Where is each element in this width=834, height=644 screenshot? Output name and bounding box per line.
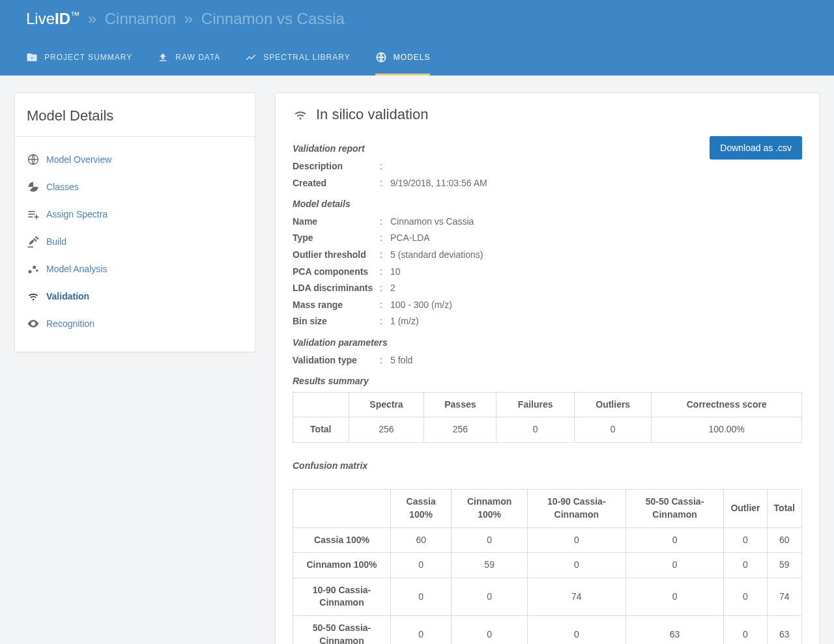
kv-sep: : (380, 282, 386, 295)
th (293, 490, 391, 527)
download-csv-button[interactable]: Download as .csv (710, 136, 802, 160)
sidebar-item-classes[interactable]: Classes (15, 173, 255, 201)
row-label: Total (293, 417, 349, 443)
cell: 0 (626, 578, 724, 615)
section-model-details: Model details (293, 198, 802, 211)
cell: 0 (626, 553, 724, 578)
kv-label: Type (293, 232, 376, 245)
tab-label: MODELS (394, 52, 431, 63)
sidebar-item-validation[interactable]: Validation (15, 283, 255, 310)
kv-value: 5 (standard deviations) (390, 249, 483, 262)
results-summary-table: Spectra Passes Failures Outliers Correct… (293, 392, 802, 443)
confusion-matrix-table: Cassia 100% Cinnamon 100% 10-90 Cassia-C… (293, 489, 802, 644)
sidebar-title: Model Details (15, 93, 255, 137)
kv-pca: PCA components:10 (293, 264, 802, 281)
cell: 0 (452, 578, 528, 615)
th: Failures (496, 392, 575, 417)
table-row: Total 256 256 0 0 100.00% (293, 417, 802, 443)
cell: 256 (424, 417, 496, 443)
sidebar-model-details: Model Details Model Overview Classes Ass… (14, 92, 255, 353)
kv-sep: : (380, 232, 386, 245)
cell: 60 (767, 527, 801, 553)
sidebar-item-label: Build (46, 236, 66, 249)
tab-label: PROJECT SUMMARY (44, 52, 132, 63)
cell: 0 (391, 616, 452, 644)
breadcrumb-sep: » (84, 10, 100, 27)
kv-sep: : (380, 177, 386, 190)
section-confusion-matrix: Confusion matrix (293, 460, 802, 473)
sidebar-item-assign-spectra[interactable]: Assign Spectra (15, 201, 255, 228)
kv-label: Validation type (293, 354, 376, 367)
section-validation-report: Validation report (293, 143, 487, 156)
sidebar-item-label: Model Overview (46, 154, 111, 167)
th: Passes (424, 392, 496, 417)
scatter-icon (27, 262, 40, 275)
cell: 0 (452, 527, 528, 553)
sidebar-item-model-analysis[interactable]: Model Analysis (15, 255, 255, 283)
row-label: 50-50 Cassia-Cinnamon (293, 616, 391, 644)
kv-value: 2 (390, 282, 395, 295)
chart-line-icon (245, 51, 257, 63)
kv-validation-type: Validation type:5 fold (293, 352, 802, 369)
page-title: In silico validation (293, 105, 802, 137)
kv-outlier: Outlier threshold:5 (standard deviations… (293, 247, 802, 264)
list-plus-icon (27, 208, 40, 221)
sidebar-item-recognition[interactable]: Recognition (15, 310, 255, 337)
cell: 0 (724, 616, 767, 644)
cell: 0 (724, 527, 767, 553)
kv-created: Created:9/19/2018, 11:03:56 AM (293, 175, 487, 192)
kv-sep: : (380, 266, 386, 279)
tab-raw-data[interactable]: RAW DATA (157, 42, 220, 76)
tab-models[interactable]: MODELS (375, 42, 431, 76)
th: Correctness score (652, 392, 802, 417)
breadcrumb-link-2[interactable]: Cinnamon vs Cassia (201, 10, 345, 27)
nav-tabs: PROJECT SUMMARY RAW DATA SPECTRAL LIBRAR… (26, 42, 808, 76)
svg-point-10 (33, 266, 36, 269)
cell: 0 (527, 527, 626, 553)
kv-bin-size: Bin size:1 (m/z) (293, 313, 802, 330)
tab-spectral-library[interactable]: SPECTRAL LIBRARY (245, 42, 350, 76)
cell: 0 (575, 417, 652, 443)
sidebar-item-label: Classes (46, 181, 79, 194)
svg-point-12 (33, 299, 35, 301)
th: Outliers (575, 392, 652, 417)
kv-sep: : (380, 160, 386, 173)
sidebar-item-label: Assign Spectra (46, 208, 108, 221)
sidebar-item-label: Recognition (46, 318, 94, 331)
th: Outlier (724, 490, 767, 527)
folder-icon (26, 51, 38, 63)
app-header: LiveID™ » Cinnamon » Cinnamon vs Cassia … (0, 0, 834, 76)
cell: 0 (724, 553, 767, 578)
table-row: 10-90 Cassia-Cinnamon00740074 (293, 578, 802, 615)
kv-sep: : (380, 249, 386, 262)
tab-label: RAW DATA (175, 52, 220, 63)
row-label: 10-90 Cassia-Cinnamon (293, 578, 391, 615)
section-validation-params: Validation parameters (293, 337, 802, 350)
sidebar-item-model-overview[interactable]: Model Overview (15, 146, 255, 173)
cell: 63 (626, 616, 724, 644)
kv-description: Description: (293, 158, 487, 175)
pie-icon (27, 180, 40, 193)
cell: 0 (626, 527, 724, 553)
cell: 0 (391, 578, 452, 615)
brand-tm: ™ (70, 10, 79, 20)
sidebar-item-label: Model Analysis (46, 263, 107, 276)
kv-sep: : (380, 354, 386, 367)
th: 50-50 Cassia-Cinnamon (626, 490, 724, 527)
breadcrumb-link-1[interactable]: Cinnamon (105, 10, 176, 27)
sidebar-item-build[interactable]: Build (15, 228, 255, 255)
page-title-text: In silico validation (316, 105, 428, 125)
sidebar-items: Model Overview Classes Assign Spectra Bu… (15, 137, 255, 352)
kv-label: Outlier threshold (293, 249, 376, 262)
section-results-summary: Results summary (293, 375, 802, 388)
th: Cassia 100% (391, 490, 452, 527)
report-header: Validation report Description: Created:9… (293, 136, 802, 191)
tab-label: SPECTRAL LIBRARY (263, 52, 350, 63)
table-row: Cinnamon 100%05900059 (293, 553, 802, 578)
gavel-icon (27, 235, 40, 248)
tab-project-summary[interactable]: PROJECT SUMMARY (26, 42, 132, 76)
kv-label: Mass range (293, 299, 376, 312)
th (293, 392, 349, 417)
cell: 0 (527, 616, 626, 644)
kv-value: Cinnamon vs Cassia (390, 216, 474, 229)
